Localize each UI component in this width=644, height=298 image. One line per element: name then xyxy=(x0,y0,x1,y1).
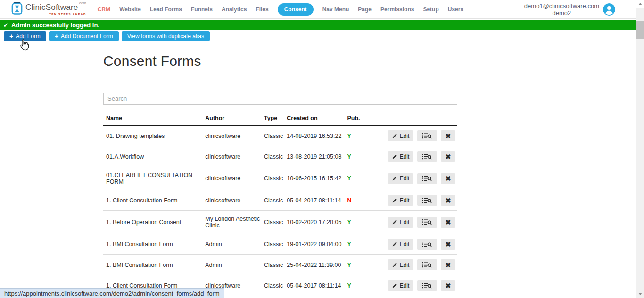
form-pub-status: N xyxy=(346,190,384,211)
hourglass-logo-icon xyxy=(11,1,23,17)
nav-item[interactable]: Files xyxy=(256,6,268,13)
search-input[interactable] xyxy=(103,93,457,105)
form-type: Classic xyxy=(262,167,285,190)
pencil-icon xyxy=(392,262,397,268)
x-icon: ✖ xyxy=(446,132,451,140)
x-icon: ✖ xyxy=(446,197,451,204)
preview-button[interactable] xyxy=(417,173,437,184)
pencil-icon xyxy=(392,219,397,225)
add-document-form-button[interactable]: + Add Document Form xyxy=(49,31,119,41)
form-created-on: 14-08-2019 16:53:22 xyxy=(285,125,345,146)
form-created-on: 05-04-2017 08:11:14 xyxy=(285,275,345,296)
form-type: Classic xyxy=(262,296,285,298)
nav-item[interactable]: Nav Menu xyxy=(322,6,349,13)
preview-button[interactable] xyxy=(417,280,437,291)
nav-item[interactable]: Page xyxy=(358,6,372,13)
form-name: 1. BMI Consultation Form xyxy=(103,255,203,275)
form-type: Classic xyxy=(262,146,285,167)
edit-button[interactable]: Edit xyxy=(388,239,413,250)
main-content: Consent Forms Name Author Type Created o… xyxy=(103,53,457,298)
edit-button[interactable]: Edit xyxy=(388,195,413,206)
form-created-on: 10-06-2015 16:15:42 xyxy=(285,167,345,190)
clinicsoftware-logo[interactable]: ClinicSoftware.com TEN STEPS AHEAD xyxy=(11,1,86,17)
form-pub-status: Y xyxy=(346,296,384,298)
edit-button[interactable]: Edit xyxy=(388,259,413,270)
table-row: 1. Before Operation Consent My London Ae… xyxy=(103,211,457,234)
list-search-icon xyxy=(422,282,432,289)
form-created-on: 25-04-2022 11:39:00 xyxy=(285,255,345,275)
preview-button[interactable] xyxy=(417,259,437,270)
form-type: Classic xyxy=(262,211,285,234)
logo-tagline: TEN STEPS AHEAD xyxy=(25,12,86,16)
x-icon: ✖ xyxy=(446,153,451,161)
consent-forms-table: Name Author Type Created on Pub. xyxy=(103,111,457,298)
user-email: demo1@clinicsoftware.com xyxy=(524,2,599,9)
list-search-icon xyxy=(422,197,432,204)
form-name: 1. Client Consultation Form xyxy=(103,190,203,211)
form-author: clinicsoftware xyxy=(203,146,262,167)
form-author: Admin xyxy=(203,234,262,255)
form-type: Classic xyxy=(262,255,285,275)
nav-item[interactable]: Permissions xyxy=(380,6,414,13)
delete-button[interactable]: ✖ xyxy=(441,195,455,206)
form-author: Admin xyxy=(203,255,262,275)
add-form-button[interactable]: + Add Form xyxy=(4,31,46,41)
form-pub-status: Y xyxy=(346,275,384,296)
preview-button[interactable] xyxy=(417,239,437,250)
edit-button[interactable]: Edit xyxy=(388,173,413,184)
column-header: Type xyxy=(262,111,285,125)
delete-button[interactable]: ✖ xyxy=(441,280,455,291)
delete-button[interactable]: ✖ xyxy=(441,173,455,184)
form-created-on: 09-07-2018 18:16:33 xyxy=(285,296,345,298)
delete-button[interactable]: ✖ xyxy=(441,130,455,141)
nav-item[interactable]: Funnels xyxy=(191,6,213,13)
form-pub-status: Y xyxy=(346,234,384,255)
scroll-up-button[interactable] xyxy=(636,0,644,8)
form-name: 1. Before Operation Consent xyxy=(103,211,203,234)
nav-item[interactable]: Website xyxy=(119,6,141,13)
success-message: Admin successfully logged in. xyxy=(11,22,99,29)
form-type: Classic xyxy=(262,234,285,255)
nav-item[interactable]: CRM xyxy=(98,6,110,13)
edit-button[interactable]: Edit xyxy=(388,151,413,162)
edit-button[interactable]: Edit xyxy=(388,130,413,141)
plus-icon: + xyxy=(55,33,58,40)
user-account-block[interactable]: demo1@clinicsoftware.com demo2 xyxy=(524,2,615,16)
form-author: clinicsoftware xyxy=(203,167,262,190)
form-created-on: 13-08-2019 21:05:08 xyxy=(285,146,345,167)
nav-menu: CRM Website Lead Forms Funnels Analytics… xyxy=(98,3,463,16)
vertical-scrollbar[interactable] xyxy=(636,0,644,298)
nav-item[interactable]: Consent xyxy=(278,3,314,16)
x-icon: ✖ xyxy=(446,175,451,182)
nav-item[interactable]: Users xyxy=(448,6,463,13)
edit-button[interactable]: Edit xyxy=(388,217,413,228)
scrollbar-thumb[interactable] xyxy=(636,21,644,39)
delete-button[interactable]: ✖ xyxy=(441,151,455,162)
preview-button[interactable] xyxy=(417,151,437,162)
pencil-icon xyxy=(392,198,397,203)
user-avatar-icon[interactable] xyxy=(603,3,615,16)
delete-button[interactable]: ✖ xyxy=(441,239,455,250)
column-header: Name xyxy=(103,111,203,125)
view-duplicate-alias-button[interactable]: View forms with duplicate alias xyxy=(122,31,210,41)
form-name: 1. BMI Consultation Form xyxy=(103,234,203,255)
form-pub-status: Y xyxy=(346,146,384,167)
pencil-icon xyxy=(392,176,397,181)
delete-button[interactable]: ✖ xyxy=(441,217,455,228)
nav-item[interactable]: Setup xyxy=(423,6,438,13)
x-icon: ✖ xyxy=(446,218,451,226)
success-banner: ✔ Admin successfully logged in. xyxy=(0,20,636,30)
nav-item[interactable]: Analytics xyxy=(222,6,247,13)
edit-button[interactable]: Edit xyxy=(388,280,413,291)
scroll-down-button[interactable] xyxy=(636,290,644,298)
delete-button[interactable]: ✖ xyxy=(441,259,455,270)
preview-button[interactable] xyxy=(417,195,437,206)
preview-button[interactable] xyxy=(417,130,437,141)
nav-item[interactable]: Lead Forms xyxy=(150,6,182,13)
form-pub-status: Y xyxy=(346,255,384,275)
page-title: Consent Forms xyxy=(103,53,457,69)
form-pub-status: Y xyxy=(346,167,384,190)
form-created-on: 10-02-2020 17:20:05 xyxy=(285,211,345,234)
preview-button[interactable] xyxy=(417,217,437,228)
table-row: 01. Drawing templates clinicsoftware Cla… xyxy=(103,125,457,146)
